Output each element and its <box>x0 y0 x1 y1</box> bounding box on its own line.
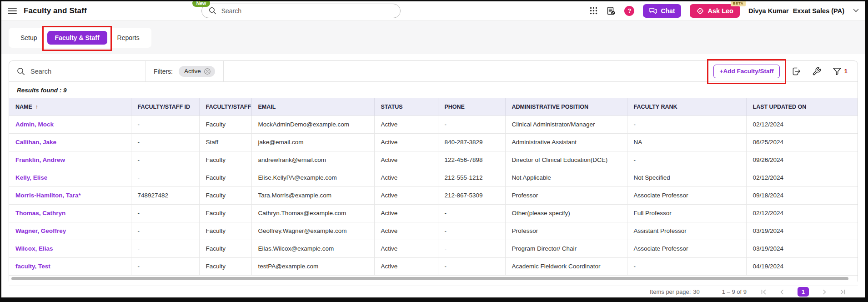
search-icon <box>209 7 216 15</box>
chevron-down-icon[interactable] <box>853 9 859 13</box>
help-icon[interactable]: ? <box>624 6 634 16</box>
cell-faculty-staff-type: Staff <box>199 133 251 151</box>
settings-wrench-icon[interactable] <box>812 67 821 76</box>
apps-grid-icon[interactable] <box>589 6 598 15</box>
faculty-name-link[interactable]: faculty, Test <box>15 263 50 270</box>
last-page-icon[interactable] <box>840 289 846 295</box>
faculty-name-link[interactable]: Thomas, Cathryn <box>15 210 65 216</box>
main-content: Filters: Active +Add Faculty/Staff <box>1 54 865 297</box>
table-row: Kelly, Elise - Faculty Elise.KellyPA@exa… <box>9 169 858 186</box>
column-header-name[interactable]: NAME↑ <box>9 98 131 116</box>
user-menu[interactable]: Divya Kumar Exxat Sales (PA) <box>748 7 844 15</box>
cell-administrative-position: Other(please specify) <box>505 204 627 222</box>
user-org-label: Exxat Sales (PA) <box>793 7 844 15</box>
hamburger-menu-icon[interactable] <box>8 8 17 14</box>
tab-strip: Setup Faculty & Staff Reports <box>1 20 865 54</box>
cell-faculty-staff-type: Faculty <box>199 116 251 133</box>
cell-email: Cathryn.Thomas@example.com <box>251 204 374 222</box>
table-row: faculty, Test - Faculty testPA@example.c… <box>9 257 858 275</box>
cell-faculty-staff-type: Faculty <box>199 151 251 169</box>
column-header-faculty-staff[interactable]: FACULTY/STAFF <box>199 98 251 116</box>
sort-ascending-icon[interactable]: ↑ <box>35 104 38 110</box>
pagination-controls: 1 <box>760 287 858 297</box>
first-page-icon[interactable] <box>760 289 767 295</box>
column-header-status[interactable]: STATUS <box>374 98 438 116</box>
cell-faculty-staff-id: - <box>131 133 199 151</box>
cell-status: Active <box>374 204 438 222</box>
global-search-input[interactable] <box>221 7 393 15</box>
cell-faculty-staff-id: - <box>131 169 199 186</box>
faculty-name-link[interactable]: Franklin, Andrew <box>15 156 65 163</box>
filter-chip-active[interactable]: Active <box>179 66 215 77</box>
column-header-label: NAME <box>15 104 32 110</box>
column-header-last-updated-on[interactable]: LAST UPDATED ON <box>746 98 858 116</box>
faculty-name-link[interactable]: Morris-Hamilton, Tara* <box>15 192 81 199</box>
user-name-label: Divya Kumar <box>748 7 789 15</box>
table-header-row: NAME↑ FACULTY/STAFF ID FACULTY/STAFF EMA… <box>9 98 858 116</box>
tasks-checklist-icon[interactable] <box>607 6 616 15</box>
cell-last-updated-on: 09/26/2024 <box>746 151 858 169</box>
previous-page-icon[interactable] <box>779 289 785 295</box>
list-search-input[interactable] <box>30 68 138 75</box>
table-row: Admin, Mock - Faculty MockAdminDemo@exam… <box>9 116 858 133</box>
column-header-faculty-staff-id[interactable]: FACULTY/STAFF ID <box>131 98 199 116</box>
column-header-phone[interactable]: PHONE <box>438 98 505 116</box>
items-per-page-value[interactable]: 30 <box>693 288 699 295</box>
export-icon[interactable] <box>791 67 801 76</box>
cell-faculty-staff-type: Faculty <box>199 222 251 240</box>
search-icon <box>17 67 25 76</box>
faculty-table: NAME↑ FACULTY/STAFF ID FACULTY/STAFF EMA… <box>9 98 858 276</box>
cell-faculty-rank: - <box>627 151 746 169</box>
horizontal-scrollbar-thumb[interactable] <box>11 277 848 280</box>
faculty-name-link[interactable]: Kelly, Elise <box>15 174 47 181</box>
items-per-page[interactable]: Items per page: 30 <box>650 288 710 295</box>
cell-email: Tara.Morris@example.com <box>251 186 374 204</box>
faculty-name-link[interactable]: Wilcox, Elias <box>15 245 53 252</box>
tab-faculty-staff[interactable]: Faculty & Staff <box>47 31 107 45</box>
faculty-name-link[interactable]: Wagner, Geoffrey <box>15 227 66 234</box>
cell-email: jake@email.com <box>251 133 374 151</box>
cell-faculty-staff-type: Faculty <box>199 186 251 204</box>
cell-faculty-staff-type: Faculty <box>199 240 251 257</box>
remove-filter-icon[interactable] <box>204 68 211 75</box>
faculty-name-link[interactable]: Callihan, Jake <box>15 139 56 146</box>
tabs-container: Setup Faculty & Staff Reports <box>9 28 151 48</box>
cell-administrative-position: Professor <box>505 222 627 240</box>
tab-setup[interactable]: Setup <box>13 31 45 45</box>
column-header-administrative-position[interactable]: ADMINISTRATIVE POSITION <box>505 98 627 116</box>
table-row: Morris-Hamilton, Tara* 748927482 Faculty… <box>9 186 858 204</box>
cell-status: Active <box>374 186 438 204</box>
cell-faculty-rank: Associate Professor <box>627 240 746 257</box>
chat-button[interactable]: Chat <box>643 4 681 18</box>
cell-status: Active <box>374 116 438 133</box>
cell-status: Active <box>374 133 438 151</box>
tab-reports[interactable]: Reports <box>110 31 147 45</box>
column-header-faculty-rank[interactable]: FACULTY RANK <box>627 98 746 116</box>
faculty-list-panel: Filters: Active +Add Faculty/Staff <box>9 60 858 282</box>
current-page-button[interactable]: 1 <box>798 287 809 297</box>
global-search: New <box>201 4 401 18</box>
cell-faculty-rank: - <box>627 257 746 275</box>
cell-faculty-rank: Full Professor <box>627 204 746 222</box>
cell-phone: - <box>438 222 505 240</box>
add-faculty-staff-button[interactable]: +Add Faculty/Staff <box>713 65 780 78</box>
ask-leo-button[interactable]: BETA Ask Leo <box>690 4 740 18</box>
cell-faculty-staff-type: Faculty <box>199 169 251 186</box>
faculty-name-link[interactable]: Admin, Mock <box>15 121 54 128</box>
add-faculty-staff-label: +Add Faculty/Staff <box>720 68 774 75</box>
ask-leo-button-label: Ask Leo <box>708 7 733 15</box>
chat-bubble-icon <box>649 7 657 15</box>
app-window: Faculty and Staff New <box>0 0 868 302</box>
filter-funnel-icon[interactable] <box>833 67 842 76</box>
cell-status: Active <box>374 169 438 186</box>
column-header-email[interactable]: EMAIL <box>251 98 374 116</box>
cell-administrative-position: Not Applicable <box>505 169 627 186</box>
cell-faculty-staff-id: - <box>131 151 199 169</box>
next-page-icon[interactable] <box>821 289 828 295</box>
table-row: Callihan, Jake - Staff jake@email.com Ac… <box>9 133 858 151</box>
pagination-bar: Items per page: 30 1 – 9 of 9 1 <box>9 286 858 297</box>
cell-phone: - <box>438 116 505 133</box>
cell-faculty-rank: Assistant Professor <box>627 222 746 240</box>
tab-faculty-staff-label: Faculty & Staff <box>55 34 100 41</box>
filter-chip-label: Active <box>184 68 201 75</box>
